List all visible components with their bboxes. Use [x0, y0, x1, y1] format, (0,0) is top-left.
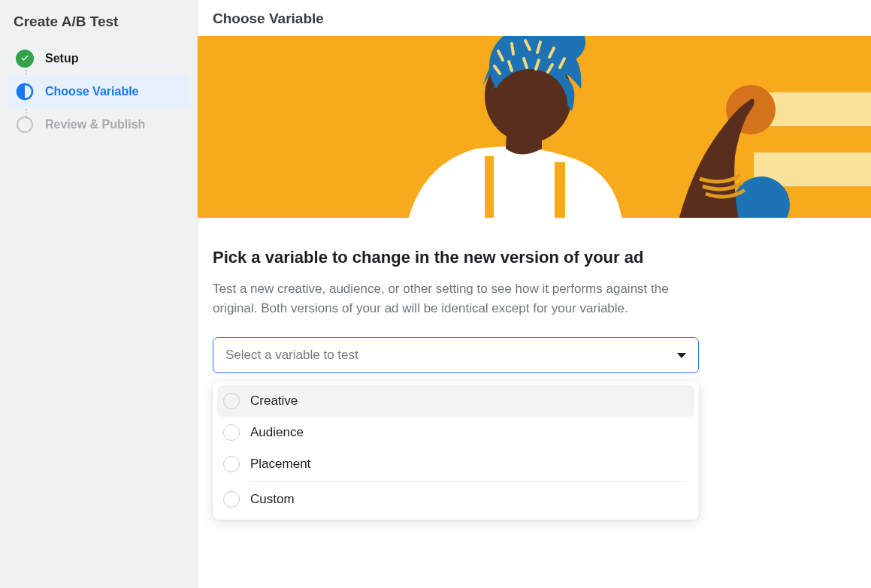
half-circle-icon [16, 83, 34, 101]
option-separator [250, 481, 687, 482]
chevron-down-icon [677, 353, 686, 358]
option-label: Audience [250, 425, 304, 440]
page-title: Choose Variable [198, 0, 871, 36]
option-custom[interactable]: Custom [217, 484, 694, 515]
step-label: Review & Publish [45, 118, 145, 131]
svg-rect-7 [555, 162, 565, 218]
svg-rect-6 [485, 156, 494, 218]
option-label: Custom [250, 492, 295, 507]
step-list: Setup Choose Variable [8, 42, 189, 141]
option-label: Placement [250, 457, 310, 472]
step-label: Setup [45, 52, 78, 65]
step-choose-variable[interactable]: Choose Variable [8, 75, 189, 108]
main-panel: Choose Variable [197, 0, 871, 588]
empty-circle-icon [16, 116, 34, 134]
app-root: Create A/B Test Setup [0, 0, 871, 588]
step-setup[interactable]: Setup [8, 42, 189, 75]
radio-icon [223, 456, 240, 472]
step-label: Choose Variable [45, 85, 139, 98]
svg-line-15 [512, 44, 513, 54]
step-review-publish[interactable]: Review & Publish [8, 108, 189, 141]
select-placeholder: Select a variable to test [225, 348, 358, 363]
radio-icon [223, 424, 240, 441]
variable-select[interactable]: Select a variable to test [213, 337, 699, 373]
check-circle-icon [16, 50, 34, 68]
sidebar: Create A/B Test Setup [0, 0, 197, 588]
option-label: Creative [250, 394, 298, 409]
content-description: Test a new creative, audience, or other … [213, 279, 694, 318]
hero-illustration [198, 36, 871, 218]
radio-icon [223, 393, 240, 409]
sidebar-title: Create A/B Test [8, 11, 189, 42]
variable-dropdown: Creative Audience Placement Custom [213, 381, 699, 520]
content-title: Pick a variable to change in the new ver… [213, 248, 856, 267]
option-audience[interactable]: Audience [217, 417, 694, 448]
radio-icon [223, 491, 240, 508]
option-placement[interactable]: Placement [217, 448, 694, 480]
option-creative[interactable]: Creative [217, 385, 694, 417]
content-area: Pick a variable to change in the new ver… [198, 218, 871, 535]
svg-point-12 [492, 69, 567, 141]
